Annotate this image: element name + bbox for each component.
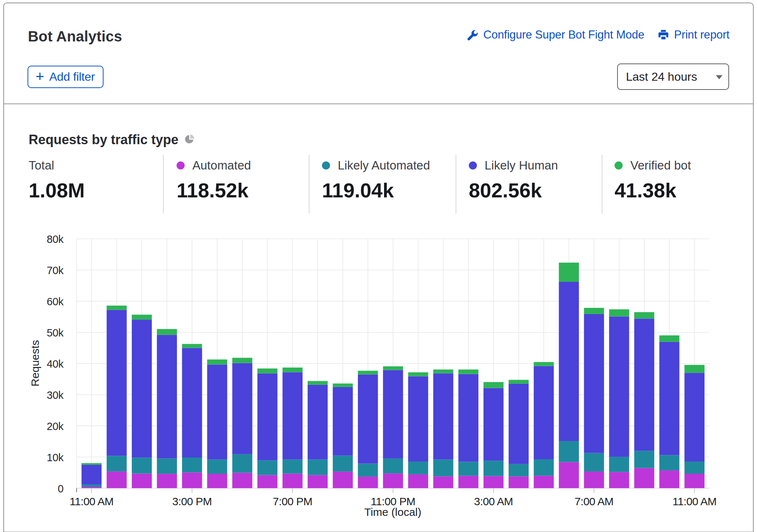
bar-segment[interactable] <box>433 369 453 373</box>
bar-segment[interactable] <box>534 476 554 488</box>
bar-segment[interactable] <box>559 462 579 488</box>
bar-segment[interactable] <box>508 476 529 488</box>
bar-segment[interactable] <box>333 387 353 456</box>
bar-segment[interactable] <box>257 460 278 475</box>
bar-hour-0[interactable] <box>82 463 102 488</box>
bar-segment[interactable] <box>257 374 278 460</box>
bar-hour-1[interactable] <box>107 306 127 488</box>
bar-segment[interactable] <box>383 366 403 370</box>
bar-hour-23[interactable] <box>659 335 680 488</box>
bar-segment[interactable] <box>483 461 504 476</box>
bar-segment[interactable] <box>559 263 579 282</box>
bar-segment[interactable] <box>107 306 127 310</box>
bar-segment[interactable] <box>584 471 604 488</box>
bar-segment[interactable] <box>283 368 303 372</box>
bar-segment[interactable] <box>408 462 428 474</box>
bar-segment[interactable] <box>107 456 127 471</box>
bar-segment[interactable] <box>358 477 378 488</box>
bar-segment[interactable] <box>358 463 378 476</box>
bar-hour-16[interactable] <box>483 382 504 488</box>
bar-hour-17[interactable] <box>508 380 529 488</box>
bar-hour-14[interactable] <box>433 369 453 488</box>
bar-segment[interactable] <box>659 455 680 470</box>
bar-segment[interactable] <box>534 362 554 366</box>
bar-segment[interactable] <box>82 485 102 487</box>
bar-hour-18[interactable] <box>534 362 554 488</box>
bar-segment[interactable] <box>559 441 579 462</box>
bar-segment[interactable] <box>659 470 680 488</box>
bar-hour-15[interactable] <box>459 369 479 488</box>
bar-segment[interactable] <box>308 385 328 460</box>
bar-segment[interactable] <box>459 476 479 488</box>
bar-segment[interactable] <box>257 475 278 488</box>
bar-segment[interactable] <box>534 459 554 476</box>
bar-segment[interactable] <box>207 459 227 474</box>
bar-hour-3[interactable] <box>157 329 177 488</box>
bar-hour-9[interactable] <box>308 381 328 488</box>
bar-segment[interactable] <box>182 473 202 488</box>
bar-hour-5[interactable] <box>207 360 227 488</box>
bar-segment[interactable] <box>459 462 479 476</box>
bar-segment[interactable] <box>408 376 428 462</box>
bar-segment[interactable] <box>508 464 529 477</box>
bar-segment[interactable] <box>433 460 453 477</box>
bar-segment[interactable] <box>609 472 629 488</box>
bar-segment[interactable] <box>659 342 680 455</box>
bar-segment[interactable] <box>408 474 428 488</box>
bar-hour-12[interactable] <box>383 366 403 488</box>
bar-segment[interactable] <box>508 380 529 384</box>
bar-segment[interactable] <box>584 453 604 471</box>
bar-segment[interactable] <box>483 388 504 461</box>
bar-segment[interactable] <box>408 372 428 376</box>
bar-segment[interactable] <box>358 371 378 374</box>
bar-segment[interactable] <box>207 365 227 460</box>
bar-segment[interactable] <box>107 471 127 488</box>
bar-segment[interactable] <box>358 375 378 464</box>
bar-segment[interactable] <box>308 475 328 488</box>
bar-segment[interactable] <box>157 458 177 474</box>
bar-segment[interactable] <box>383 370 403 459</box>
bar-segment[interactable] <box>634 318 655 451</box>
bar-segment[interactable] <box>82 487 102 488</box>
bar-segment[interactable] <box>483 476 504 488</box>
bar-segment[interactable] <box>333 456 353 472</box>
bar-segment[interactable] <box>333 471 353 488</box>
bar-segment[interactable] <box>659 335 680 342</box>
bar-hour-4[interactable] <box>182 344 202 488</box>
bar-segment[interactable] <box>684 474 705 488</box>
bar-segment[interactable] <box>584 314 604 453</box>
bar-segment[interactable] <box>232 473 253 488</box>
bar-segment[interactable] <box>483 382 504 388</box>
bar-segment[interactable] <box>508 384 529 464</box>
bar-segment[interactable] <box>157 335 177 459</box>
bar-hour-7[interactable] <box>257 368 278 488</box>
bar-segment[interactable] <box>684 365 705 373</box>
bar-segment[interactable] <box>459 369 479 374</box>
bar-segment[interactable] <box>132 458 152 473</box>
bar-hour-2[interactable] <box>132 315 152 488</box>
bar-segment[interactable] <box>383 473 403 488</box>
bar-segment[interactable] <box>157 329 177 335</box>
bar-segment[interactable] <box>634 468 655 488</box>
bar-segment[interactable] <box>684 373 705 462</box>
bar-segment[interactable] <box>157 474 177 488</box>
bar-segment[interactable] <box>609 316 629 457</box>
bar-segment[interactable] <box>459 374 479 462</box>
bar-segment[interactable] <box>634 312 655 319</box>
bar-segment[interactable] <box>634 451 655 468</box>
bar-segment[interactable] <box>232 363 253 454</box>
bar-segment[interactable] <box>333 383 353 387</box>
bar-hour-6[interactable] <box>232 358 253 488</box>
bar-segment[interactable] <box>182 344 202 348</box>
bar-segment[interactable] <box>257 368 278 373</box>
bar-hour-21[interactable] <box>609 309 629 488</box>
bar-hour-13[interactable] <box>408 372 428 488</box>
bar-segment[interactable] <box>559 282 579 441</box>
bar-segment[interactable] <box>433 476 453 488</box>
bar-hour-20[interactable] <box>584 308 604 488</box>
bar-segment[interactable] <box>132 315 152 320</box>
bar-hour-22[interactable] <box>634 312 655 488</box>
bar-segment[interactable] <box>207 360 227 365</box>
bar-segment[interactable] <box>207 474 227 488</box>
bar-segment[interactable] <box>107 310 127 456</box>
